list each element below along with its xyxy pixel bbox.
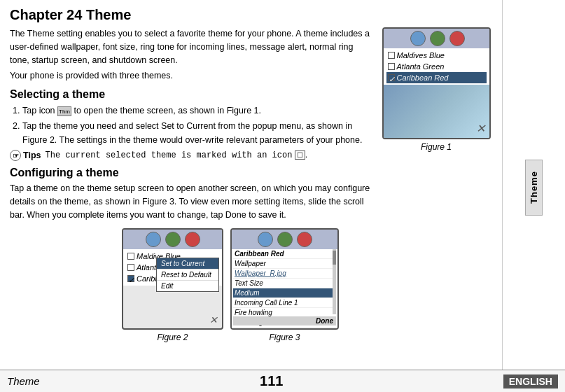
figure-1-label: Figure 1 bbox=[421, 142, 452, 152]
fig1-checkbox-2 bbox=[388, 63, 395, 70]
footer-italic-text: Theme bbox=[7, 375, 40, 387]
fig1-theme-atlanta: Atlanta Green bbox=[386, 61, 487, 72]
fig3-threeinone-value: Three-in-one bbox=[233, 328, 336, 330]
tips-icon: ☞ bbox=[10, 150, 21, 161]
figure-3-screen: Caribbean Red Wallpaper Wallpaper_R.jpg … bbox=[230, 228, 339, 330]
fig3-done-button[interactable]: Done bbox=[316, 317, 333, 325]
fig3-wallpaper-file: Wallpaper_R.jpg bbox=[233, 269, 336, 279]
config-paragraph: Tap a theme on the theme setup screen to… bbox=[10, 182, 375, 221]
popup-set-current[interactable]: Set to Current bbox=[157, 258, 218, 270]
check-icon-inline: ☐ bbox=[295, 150, 305, 160]
fig2-checkbox-2 bbox=[127, 264, 134, 271]
section1-heading: Selecting a theme bbox=[10, 88, 375, 101]
fig1-icon-red bbox=[449, 31, 465, 46]
fig2-checkbox-1 bbox=[127, 253, 134, 260]
fig3-icon-blue bbox=[258, 232, 273, 247]
fig1-theme-caribbean: ✓ Caribbean Red bbox=[386, 72, 487, 83]
figure-2-label: Figure 2 bbox=[157, 332, 188, 342]
intro-paragraph-2: Your phone is provided with three themes… bbox=[10, 69, 375, 83]
figure-2-block: Maldive Blue Atlanta ✓ Caribbe Se bbox=[122, 228, 223, 342]
fig1-theme-list: Maldives Blue Atlanta Green ✓ Caribbean … bbox=[384, 48, 489, 85]
popup-menu: Set to Current Reset to Default Edit bbox=[156, 258, 219, 292]
fig2-checkbox-3: ✓ bbox=[127, 275, 134, 282]
fig3-incomingline1-label: Incoming Call Line 1 bbox=[233, 298, 336, 308]
fig3-caribbean-red: Caribbean Red bbox=[233, 249, 336, 259]
fig3-medium-value: Medium bbox=[233, 288, 336, 298]
fig1-theme-maldives: Maldives Blue bbox=[386, 50, 487, 61]
fig2-close-icon: ✕ bbox=[209, 314, 218, 326]
fig3-top-icons bbox=[232, 230, 337, 249]
figure-3-block: Caribbean Red Wallpaper Wallpaper_R.jpg … bbox=[230, 228, 339, 342]
fig3-icon-green bbox=[277, 232, 293, 247]
fig1-checkbox-1 bbox=[388, 52, 395, 59]
tips-box: ☞ Tips The current selected theme is mar… bbox=[10, 150, 375, 161]
fig3-scrollbar-thumb bbox=[333, 251, 336, 265]
fig2-icon-blue bbox=[146, 232, 161, 247]
fig1-icon-green bbox=[430, 31, 445, 46]
intro-paragraph-1: The Theme setting enables you to select … bbox=[10, 27, 375, 66]
fig1-icon-blue bbox=[410, 31, 426, 46]
fig3-textsize-label: Text Size bbox=[233, 279, 336, 288]
fig3-wallpaper-label: Wallpaper bbox=[233, 259, 336, 269]
right-sidebar: Theme bbox=[502, 0, 565, 370]
fig1-checkbox-3: ✓ bbox=[388, 74, 395, 81]
fig3-icon-red bbox=[297, 232, 312, 247]
page-footer: Theme 111 ENGLISH bbox=[0, 370, 565, 392]
figure-2-screen: Maldive Blue Atlanta ✓ Caribbe Se bbox=[122, 228, 223, 330]
footer-language: ENGLISH bbox=[503, 374, 558, 388]
side-tab-theme: Theme bbox=[525, 160, 543, 216]
popup-edit[interactable]: Edit bbox=[157, 281, 218, 291]
popup-reset-default[interactable]: Reset to Default bbox=[157, 270, 218, 281]
fig2-icon-green bbox=[165, 232, 181, 247]
figure-3-label: Figure 3 bbox=[269, 332, 300, 342]
figure-1-screen: Maldives Blue Atlanta Green ✓ Caribbean … bbox=[382, 27, 491, 139]
theme-icon-inline: Thm bbox=[57, 106, 71, 116]
tips-content: The current selected theme is marked wit… bbox=[45, 150, 307, 160]
footer-page-number: 111 bbox=[260, 373, 283, 389]
step-1: Tap icon Thm to open the theme screen, a… bbox=[22, 104, 375, 118]
fig2-icon-red bbox=[185, 232, 200, 247]
chapter-title: Chapter 24 Theme bbox=[10, 7, 492, 23]
fig3-done-bar: Done bbox=[233, 316, 336, 326]
fig1-wallpaper bbox=[384, 85, 489, 139]
section2-heading: Configuring a theme bbox=[10, 167, 375, 179]
fig2-top-icons bbox=[123, 230, 222, 249]
figures-row: Maldive Blue Atlanta ✓ Caribbe Se bbox=[10, 228, 492, 342]
fig3-scrollbar[interactable] bbox=[333, 249, 336, 314]
figure-1-block: Maldives Blue Atlanta Green ✓ Caribbean … bbox=[380, 27, 492, 152]
fig1-close-icon: ✕ bbox=[476, 122, 485, 135]
step-2: Tap the theme you need and select Set to… bbox=[22, 119, 375, 147]
tips-label: ☞ Tips bbox=[10, 150, 41, 161]
fig1-top-icons bbox=[384, 29, 491, 48]
